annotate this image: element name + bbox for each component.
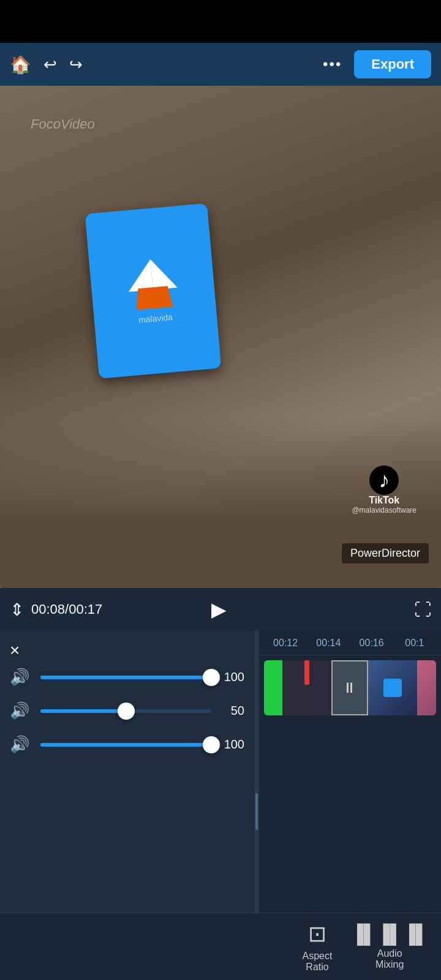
watermark: FocoVideo — [31, 116, 95, 132]
slider-value-1: 100 — [220, 670, 244, 684]
volume-icon-1: 🔊 — [10, 668, 32, 687]
close-button[interactable]: × — [10, 641, 20, 660]
tiktok-label: TikTok — [369, 495, 399, 506]
tiktok-badge: ♪ TikTok @malavidasoftware — [352, 466, 417, 514]
slider-row-3: 🔊 100 — [10, 735, 244, 754]
volume-icon-2: 🔊 — [10, 701, 32, 720]
slider-track-1[interactable] — [40, 676, 211, 679]
track-thumb — [368, 660, 417, 715]
track-row-1[interactable]: ⏸ — [264, 660, 436, 715]
powerdirector-badge: PowerDirector — [342, 543, 429, 564]
bottom-toolbar: ⊡ AspectRatio ▐▌▐▌▐▌ AudioMixing — [0, 913, 441, 980]
slider-value-2: 50 — [220, 704, 244, 718]
track-segment-pink — [417, 660, 436, 715]
home-icon[interactable]: 🏠 — [10, 55, 31, 75]
track-segment-pause: ⏸ — [331, 660, 368, 715]
ruler-mark-3: 00:16 — [350, 638, 393, 649]
card-blue: malavida — [85, 203, 222, 379]
slider-thumb-1[interactable] — [203, 669, 220, 686]
slider-thumb-3[interactable] — [203, 736, 220, 753]
play-button[interactable]: ▶ — [211, 598, 227, 621]
divider-handle[interactable] — [255, 793, 258, 830]
playback-bar: ⇕ 00:08/00:17 ▶ ⛶ — [0, 588, 441, 631]
redo-icon[interactable]: ↪ — [69, 55, 83, 74]
aspect-ratio-label: AspectRatio — [303, 951, 333, 973]
slider-value-3: 100 — [220, 737, 244, 752]
logo-wings — [126, 257, 178, 292]
slider-thumb-2[interactable] — [118, 703, 135, 720]
aspect-ratio-tool[interactable]: ⊡ AspectRatio — [303, 921, 333, 973]
status-bar — [0, 0, 441, 43]
fullscreen-button[interactable]: ⛶ — [414, 600, 431, 620]
audio-mixing-label: AudioMixing — [375, 948, 404, 970]
slider-fill-3 — [40, 743, 211, 747]
header: 🏠 ↩ ↪ ••• Export — [0, 43, 441, 86]
wing-right — [150, 257, 177, 289]
playback-time: 00:08/00:17 — [31, 601, 204, 617]
header-left: 🏠 ↩ ↪ — [10, 55, 313, 75]
track-segment-green — [264, 660, 282, 715]
ruler-mark-1: 00:12 — [264, 638, 307, 649]
aspect-ratio-icon: ⊡ — [308, 921, 326, 947]
slider-track-2[interactable] — [40, 709, 211, 713]
card-text: malavida — [138, 312, 173, 325]
thumb-logo — [383, 679, 402, 697]
more-button[interactable]: ••• — [323, 56, 342, 73]
track-segment-blue — [368, 660, 417, 715]
card-overlay: malavida — [92, 208, 214, 374]
volume-icon-3: 🔊 — [10, 735, 32, 754]
track-segment-dark — [282, 660, 331, 715]
slider-row-2: 🔊 50 — [10, 701, 244, 720]
audio-sliders: 🔊 100 🔊 50 🔊 — [0, 631, 254, 764]
slider-row-1: 🔊 100 — [10, 668, 244, 687]
ruler-mark-4: 00:1 — [393, 638, 436, 649]
slider-fill-2 — [40, 709, 126, 713]
audio-mixing-tool[interactable]: ▐▌▐▌▐▌ AudioMixing — [350, 924, 429, 970]
slider-track-3[interactable] — [40, 743, 211, 747]
fit-icon[interactable]: ⇕ — [10, 600, 24, 620]
tiktok-icon: ♪ — [369, 466, 399, 495]
wing-left — [126, 259, 153, 292]
timeline-ruler: 00:12 00:14 00:16 00:1 — [259, 631, 441, 655]
export-button[interactable]: Export — [354, 50, 431, 78]
tiktok-handle: @malavidasoftware — [352, 506, 417, 514]
card-logo — [126, 257, 179, 311]
undo-icon[interactable]: ↩ — [43, 55, 57, 74]
logo-body — [135, 285, 173, 310]
slider-fill-1 — [40, 676, 211, 679]
video-preview: FocoVideo malavida ♪ TikTok @malavidasof… — [0, 86, 441, 588]
header-right: ••• Export — [323, 50, 431, 78]
ruler-mark-2: 00:14 — [307, 638, 350, 649]
audio-mixing-icon: ▐▌▐▌▐▌ — [350, 924, 429, 944]
